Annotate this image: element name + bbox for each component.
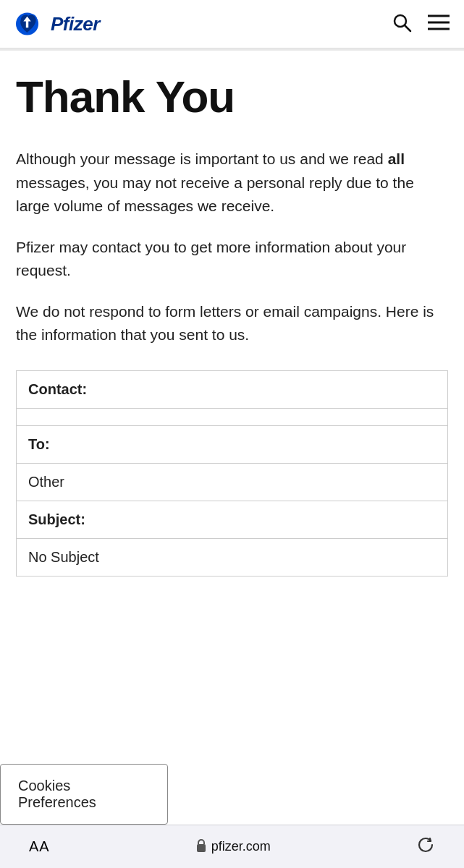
table-row-contact-label: Contact:	[17, 371, 448, 409]
table-row-to-label: To:	[17, 426, 448, 464]
paragraph-1: Although your message is important to us…	[16, 148, 448, 218]
cookies-preferences-button[interactable]: Cookies Preferences	[0, 764, 168, 825]
site-header: Pfizer	[0, 0, 464, 48]
reload-icon[interactable]	[416, 835, 435, 859]
lock-icon	[195, 838, 207, 856]
svg-rect-6	[197, 844, 206, 852]
contact-label: Contact:	[17, 371, 448, 409]
pfizer-logo-icon	[14, 10, 45, 38]
main-content: Thank You Although your message is impor…	[0, 51, 464, 591]
table-row-subject-value: No Subject	[17, 539, 448, 576]
header-icons	[392, 12, 450, 35]
paragraph-2: Pfizer may contact you to get more infor…	[16, 236, 448, 283]
contact-value	[17, 409, 448, 426]
logo-text: Pfizer	[51, 13, 100, 35]
table-row-subject-label: Subject:	[17, 501, 448, 539]
search-icon[interactable]	[392, 12, 412, 35]
to-label: To:	[17, 426, 448, 464]
to-value: Other	[17, 464, 448, 501]
svg-point-1	[395, 15, 406, 27]
browser-domain: pfizer.com	[211, 839, 271, 854]
menu-icon[interactable]	[428, 14, 450, 33]
page-title: Thank You	[16, 72, 448, 122]
info-table: Contact: To: Other Subject: No Subject	[16, 370, 448, 576]
browser-aa[interactable]: AA	[29, 838, 50, 855]
browser-bar: AA pfizer.com	[0, 825, 464, 868]
table-row-contact-value	[17, 409, 448, 426]
paragraph-1-part2: messages, you may not receive a personal…	[16, 174, 414, 215]
table-row-to-value: Other	[17, 464, 448, 501]
paragraph-1-bold: all	[388, 150, 405, 167]
svg-line-2	[405, 26, 411, 32]
subject-value: No Subject	[17, 539, 448, 576]
logo[interactable]: Pfizer	[14, 10, 100, 38]
paragraph-1-part1: Although your message is important to us…	[16, 150, 388, 167]
cookies-preferences-label: Cookies Preferences	[18, 778, 96, 810]
paragraph-3: We do not respond to form letters or ema…	[16, 300, 448, 347]
subject-label: Subject:	[17, 501, 448, 539]
browser-url-container: pfizer.com	[195, 838, 271, 856]
